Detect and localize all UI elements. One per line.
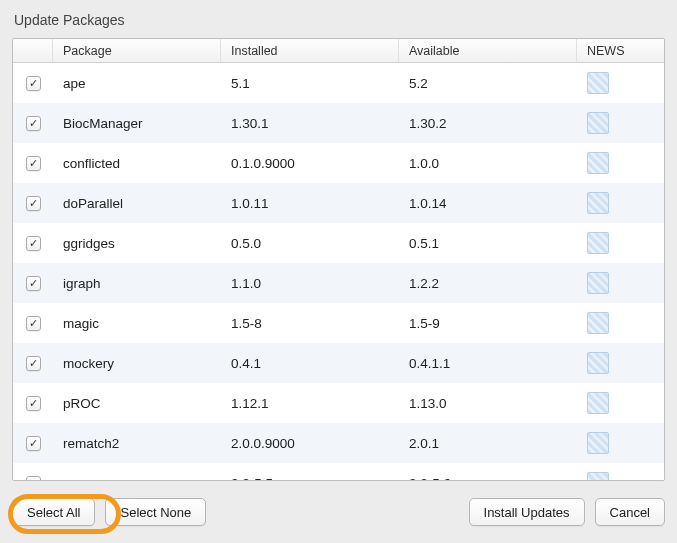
cell-checkbox: ✓ [13,476,53,481]
cell-installed: 1.1.0 [221,276,399,291]
cell-package: magic [53,316,221,331]
cell-installed: 1.12.1 [221,396,399,411]
row-checkbox[interactable]: ✓ [26,476,41,481]
cell-package: rematch2 [53,436,221,451]
cell-installed: 0.1.0.9000 [221,156,399,171]
table-header: Package Installed Available NEWS [13,39,664,63]
cell-package: BiocManager [53,116,221,131]
col-package[interactable]: Package [53,39,221,62]
cell-available: 1.13.0 [399,396,577,411]
table-row[interactable]: ✓ggridges0.5.00.5.1 [13,223,664,263]
table-row[interactable]: ✓magic1.5-81.5-9 [13,303,664,343]
news-icon[interactable] [587,312,609,334]
cell-available: 2.2-5.6 [399,476,577,481]
cell-news [577,312,664,334]
news-icon[interactable] [587,272,609,294]
col-news[interactable]: NEWS [577,39,664,62]
cell-news [577,112,664,134]
cell-checkbox: ✓ [13,316,53,331]
dialog-title: Update Packages [12,10,665,38]
cell-checkbox: ✓ [13,76,53,91]
col-checkbox [13,39,53,62]
cell-package: sm [53,476,221,481]
cell-available: 2.0.1 [399,436,577,451]
row-checkbox[interactable]: ✓ [26,156,41,171]
table-row[interactable]: ✓mockery0.4.10.4.1.1 [13,343,664,383]
cell-checkbox: ✓ [13,276,53,291]
cell-news [577,152,664,174]
cell-package: conflicted [53,156,221,171]
table-body[interactable]: ✓ape5.15.2✓BiocManager1.30.11.30.2✓confl… [13,63,664,480]
row-checkbox[interactable]: ✓ [26,276,41,291]
row-checkbox[interactable]: ✓ [26,316,41,331]
dialog-footer: Select All Select None Install Updates C… [12,481,665,531]
news-icon[interactable] [587,232,609,254]
table-row[interactable]: ✓BiocManager1.30.11.30.2 [13,103,664,143]
cell-available: 1.5-9 [399,316,577,331]
cell-checkbox: ✓ [13,236,53,251]
news-icon[interactable] [587,352,609,374]
cell-news [577,472,664,480]
cell-package: doParallel [53,196,221,211]
col-available[interactable]: Available [399,39,577,62]
cell-available: 1.30.2 [399,116,577,131]
news-icon[interactable] [587,112,609,134]
cell-checkbox: ✓ [13,436,53,451]
cell-available: 1.2.2 [399,276,577,291]
cell-checkbox: ✓ [13,196,53,211]
cell-available: 0.5.1 [399,236,577,251]
select-all-button[interactable]: Select All [12,498,95,526]
install-updates-button[interactable]: Install Updates [469,498,585,526]
packages-table: Package Installed Available NEWS ✓ape5.1… [12,38,665,481]
cell-available: 0.4.1.1 [399,356,577,371]
row-checkbox[interactable]: ✓ [26,396,41,411]
cell-news [577,72,664,94]
cell-news [577,272,664,294]
cell-news [577,432,664,454]
table-row[interactable]: ✓igraph1.1.01.2.2 [13,263,664,303]
table-row[interactable]: ✓conflicted0.1.0.90001.0.0 [13,143,664,183]
cancel-button[interactable]: Cancel [595,498,665,526]
cell-available: 1.0.0 [399,156,577,171]
col-installed[interactable]: Installed [221,39,399,62]
cell-package: ape [53,76,221,91]
cell-checkbox: ✓ [13,356,53,371]
row-checkbox[interactable]: ✓ [26,116,41,131]
row-checkbox[interactable]: ✓ [26,196,41,211]
news-icon[interactable] [587,392,609,414]
update-packages-dialog: Update Packages Package Installed Availa… [0,0,677,543]
cell-installed: 2.2-5.5 [221,476,399,481]
cell-package: igraph [53,276,221,291]
table-row[interactable]: ✓sm2.2-5.52.2-5.6 [13,463,664,480]
cell-news [577,352,664,374]
cell-news [577,232,664,254]
cell-installed: 2.0.0.9000 [221,436,399,451]
news-icon[interactable] [587,472,609,480]
cell-installed: 0.4.1 [221,356,399,371]
table-row[interactable]: ✓doParallel1.0.111.0.14 [13,183,664,223]
news-icon[interactable] [587,432,609,454]
table-row[interactable]: ✓pROC1.12.11.13.0 [13,383,664,423]
cell-news [577,192,664,214]
table-row[interactable]: ✓rematch22.0.0.90002.0.1 [13,423,664,463]
news-icon[interactable] [587,192,609,214]
row-checkbox[interactable]: ✓ [26,76,41,91]
cell-package: mockery [53,356,221,371]
cell-checkbox: ✓ [13,116,53,131]
select-none-button[interactable]: Select None [105,498,206,526]
cell-available: 5.2 [399,76,577,91]
cell-installed: 0.5.0 [221,236,399,251]
row-checkbox[interactable]: ✓ [26,356,41,371]
cell-available: 1.0.14 [399,196,577,211]
cell-installed: 5.1 [221,76,399,91]
news-icon[interactable] [587,72,609,94]
news-icon[interactable] [587,152,609,174]
cell-checkbox: ✓ [13,156,53,171]
cell-installed: 1.0.11 [221,196,399,211]
row-checkbox[interactable]: ✓ [26,436,41,451]
cell-checkbox: ✓ [13,396,53,411]
cell-installed: 1.5-8 [221,316,399,331]
row-checkbox[interactable]: ✓ [26,236,41,251]
table-row[interactable]: ✓ape5.15.2 [13,63,664,103]
cell-installed: 1.30.1 [221,116,399,131]
